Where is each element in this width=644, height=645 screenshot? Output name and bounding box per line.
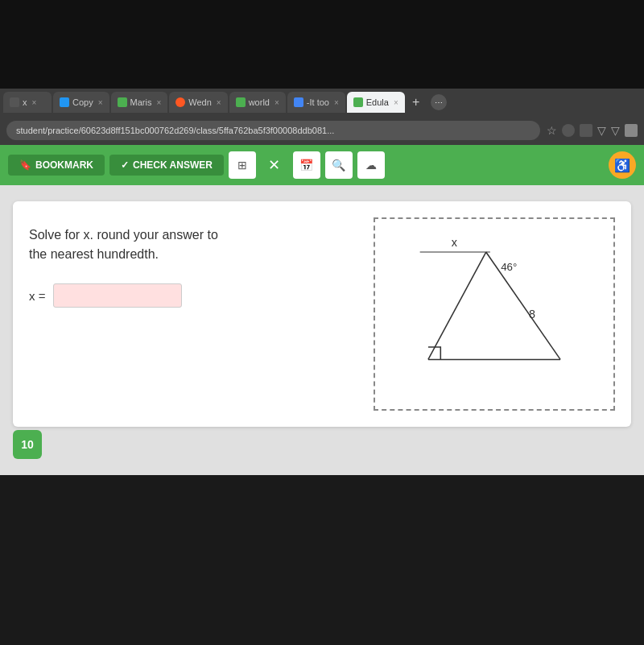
- question-left: Solve for x. round your answer to the ne…: [29, 217, 357, 308]
- tab-world-icon: [236, 97, 246, 107]
- tab-ittoo-close[interactable]: ×: [334, 98, 339, 107]
- shield-icon: ▽: [597, 124, 606, 137]
- tab-bar: x × Copy × Maris × Wedn × world × -It to…: [0, 89, 644, 116]
- tab-wedn-icon: [175, 97, 185, 107]
- grid-button[interactable]: ⊞: [229, 151, 256, 179]
- bookmark-icon: 🔖: [19, 159, 31, 171]
- tab-copy[interactable]: Copy ×: [53, 92, 109, 113]
- tab-copy-label: Copy: [72, 97, 93, 107]
- search-button[interactable]: 🔍: [325, 151, 353, 179]
- square-icon-1: [580, 124, 592, 137]
- tab-maris-close[interactable]: ×: [156, 98, 161, 107]
- question-line-2: the nearest hundredth.: [29, 247, 159, 261]
- tab-x[interactable]: x ×: [3, 92, 52, 113]
- page-badge: 10: [13, 430, 42, 459]
- triangle-svg: x 46° 8: [375, 219, 613, 409]
- tab-edula-label: Edula: [366, 97, 389, 107]
- tab-world-close[interactable]: ×: [275, 98, 279, 107]
- tab-maris-label: Maris: [130, 97, 152, 107]
- tab-edula-icon: [353, 97, 363, 107]
- content-wrapper: Solve for x. round your answer to the ne…: [0, 185, 644, 475]
- question-line-1: Solve for x. round your answer to: [29, 228, 218, 242]
- shield-icon-2: ▽: [611, 124, 620, 137]
- check-answer-label: CHECK ANSWER: [133, 159, 213, 171]
- tab-wedn-close[interactable]: ×: [217, 98, 221, 107]
- accessibility-button[interactable]: ♿: [609, 151, 636, 179]
- tab-maris-icon: [118, 97, 127, 107]
- upload-icon: ☁: [365, 159, 377, 172]
- ext-icon: [625, 124, 638, 137]
- checkmark-icon: ✓: [121, 159, 129, 171]
- tab-wedn[interactable]: Wedn ×: [169, 92, 227, 113]
- circle-icon-1: [562, 124, 575, 137]
- new-tab-button[interactable]: +: [407, 93, 426, 112]
- tab-x-icon: [10, 97, 19, 107]
- accessibility-icon: ♿: [614, 158, 630, 173]
- browser-chrome: x × Copy × Maris × Wedn × world × -It to…: [0, 89, 644, 185]
- tab-ittoo[interactable]: -It too ×: [287, 92, 345, 113]
- tab-ittoo-icon: [294, 97, 303, 107]
- search-icon: 🔍: [332, 159, 345, 172]
- answer-label: x =: [29, 289, 45, 303]
- tab-x-close[interactable]: ×: [32, 98, 37, 107]
- tab-world-label: world: [249, 97, 270, 107]
- question-card: Solve for x. round your answer to the ne…: [13, 201, 631, 427]
- question-text: Solve for x. round your answer to the ne…: [29, 225, 357, 264]
- address-bar: ☆ ▽ ▽: [0, 116, 644, 145]
- grid-icon: ⊞: [237, 159, 247, 172]
- triangle-diagram: x 46° 8: [374, 217, 615, 411]
- label-8: 8: [529, 308, 535, 320]
- star-icon[interactable]: ☆: [547, 124, 557, 137]
- tab-wedn-label: Wedn: [188, 97, 212, 107]
- check-answer-button[interactable]: ✓ CHECK ANSWER: [109, 155, 224, 176]
- tab-ittoo-label: -It too: [307, 97, 329, 107]
- top-dark-area: [0, 0, 644, 89]
- tab-edula-close[interactable]: ×: [394, 98, 398, 107]
- svg-line-0: [428, 252, 486, 359]
- bookmark-label: BOOKMARK: [35, 159, 93, 171]
- tab-world[interactable]: world ×: [229, 92, 286, 113]
- close-button[interactable]: ✕: [261, 151, 288, 179]
- bookmark-button[interactable]: 🔖 BOOKMARK: [8, 155, 105, 176]
- svg-line-1: [486, 252, 560, 359]
- tab-edula[interactable]: Edula ×: [347, 92, 405, 113]
- green-toolbar: 🔖 BOOKMARK ✓ CHECK ANSWER ⊞ ✕ 📅 🔍 ☁ ♿: [0, 145, 644, 185]
- page-number: 10: [21, 438, 34, 451]
- upload-button[interactable]: ☁: [357, 151, 385, 179]
- tab-maris[interactable]: Maris ×: [111, 92, 168, 113]
- calendar-button[interactable]: 📅: [293, 151, 320, 179]
- close-icon: ✕: [268, 156, 280, 174]
- address-bar-icons: ☆ ▽ ▽: [547, 124, 638, 137]
- label-x: x: [452, 236, 458, 249]
- tab-x-label: x: [23, 97, 27, 107]
- tab-copy-icon: [60, 97, 69, 107]
- calendar-icon: 📅: [299, 159, 313, 172]
- answer-row: x =: [29, 283, 357, 308]
- address-input[interactable]: [6, 121, 540, 140]
- browser-menu-icon[interactable]: ⋯: [431, 94, 447, 110]
- label-angle: 46°: [501, 261, 517, 273]
- answer-input[interactable]: [53, 283, 182, 308]
- tab-copy-close[interactable]: ×: [98, 98, 103, 107]
